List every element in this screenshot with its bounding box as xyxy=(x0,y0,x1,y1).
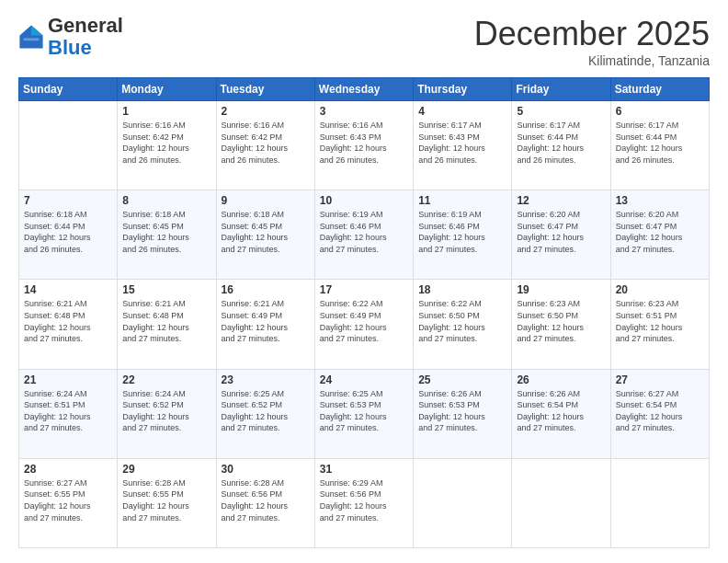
calendar-cell: 8Sunrise: 6:18 AM Sunset: 6:45 PM Daylig… xyxy=(118,190,216,280)
day-number: 18 xyxy=(418,283,506,296)
day-number: 5 xyxy=(517,105,605,118)
calendar-cell: 21Sunrise: 6:24 AM Sunset: 6:51 PM Dayli… xyxy=(19,369,118,458)
calendar-cell xyxy=(414,458,512,547)
day-number: 19 xyxy=(517,283,605,296)
calendar-cell: 29Sunrise: 6:28 AM Sunset: 6:55 PM Dayli… xyxy=(118,458,216,547)
calendar-cell: 12Sunrise: 6:20 AM Sunset: 6:47 PM Dayli… xyxy=(512,190,610,280)
day-info: Sunrise: 6:24 AM Sunset: 6:51 PM Dayligh… xyxy=(24,388,112,434)
day-number: 22 xyxy=(122,373,210,386)
day-info: Sunrise: 6:17 AM Sunset: 6:43 PM Dayligh… xyxy=(418,120,506,166)
calendar-cell: 13Sunrise: 6:20 AM Sunset: 6:47 PM Dayli… xyxy=(610,190,709,280)
svg-rect-2 xyxy=(24,39,40,41)
day-number: 1 xyxy=(122,105,210,118)
logo: General Blue xyxy=(18,15,123,59)
day-number: 20 xyxy=(616,283,704,296)
location: Kilimatinde, Tanzania xyxy=(474,53,710,68)
svg-marker-1 xyxy=(31,26,43,36)
day-info: Sunrise: 6:28 AM Sunset: 6:55 PM Dayligh… xyxy=(122,477,210,523)
day-info: Sunrise: 6:22 AM Sunset: 6:50 PM Dayligh… xyxy=(418,298,506,344)
calendar-cell: 1Sunrise: 6:16 AM Sunset: 6:42 PM Daylig… xyxy=(118,101,216,190)
calendar-cell: 28Sunrise: 6:27 AM Sunset: 6:55 PM Dayli… xyxy=(19,458,118,547)
day-info: Sunrise: 6:17 AM Sunset: 6:44 PM Dayligh… xyxy=(616,120,704,166)
day-number: 24 xyxy=(320,373,408,386)
weekday-header-friday: Friday xyxy=(512,78,610,101)
day-info: Sunrise: 6:18 AM Sunset: 6:45 PM Dayligh… xyxy=(222,209,310,255)
calendar-week-1: 1Sunrise: 6:16 AM Sunset: 6:42 PM Daylig… xyxy=(19,101,710,190)
day-number: 28 xyxy=(24,463,112,476)
calendar-cell: 17Sunrise: 6:22 AM Sunset: 6:49 PM Dayli… xyxy=(314,280,413,369)
day-number: 17 xyxy=(320,283,408,296)
day-info: Sunrise: 6:16 AM Sunset: 6:43 PM Dayligh… xyxy=(320,120,408,166)
calendar-table: SundayMondayTuesdayWednesdayThursdayFrid… xyxy=(18,77,710,548)
weekday-header-monday: Monday xyxy=(118,78,216,101)
calendar-cell: 7Sunrise: 6:18 AM Sunset: 6:44 PM Daylig… xyxy=(19,190,118,280)
day-info: Sunrise: 6:25 AM Sunset: 6:53 PM Dayligh… xyxy=(320,388,408,434)
day-info: Sunrise: 6:20 AM Sunset: 6:47 PM Dayligh… xyxy=(616,209,704,255)
title-area: December 2025 Kilimatinde, Tanzania xyxy=(474,15,710,68)
day-number: 8 xyxy=(122,194,210,207)
logo-blue-text: Blue xyxy=(48,36,92,59)
day-info: Sunrise: 6:19 AM Sunset: 6:46 PM Dayligh… xyxy=(320,209,408,255)
calendar-cell: 16Sunrise: 6:21 AM Sunset: 6:49 PM Dayli… xyxy=(216,280,314,369)
day-number: 25 xyxy=(418,373,506,386)
day-info: Sunrise: 6:26 AM Sunset: 6:54 PM Dayligh… xyxy=(517,388,605,434)
day-number: 29 xyxy=(122,463,210,476)
page: General Blue December 2025 Kilimatinde, … xyxy=(0,0,728,563)
day-number: 4 xyxy=(418,105,506,118)
calendar-cell: 19Sunrise: 6:23 AM Sunset: 6:50 PM Dayli… xyxy=(512,280,610,369)
day-info: Sunrise: 6:25 AM Sunset: 6:52 PM Dayligh… xyxy=(222,388,310,434)
day-number: 16 xyxy=(222,283,310,296)
calendar-cell: 14Sunrise: 6:21 AM Sunset: 6:48 PM Dayli… xyxy=(19,280,118,369)
day-number: 23 xyxy=(222,373,310,386)
day-info: Sunrise: 6:23 AM Sunset: 6:50 PM Dayligh… xyxy=(517,298,605,344)
calendar-cell: 22Sunrise: 6:24 AM Sunset: 6:52 PM Dayli… xyxy=(118,369,216,458)
day-info: Sunrise: 6:18 AM Sunset: 6:44 PM Dayligh… xyxy=(24,209,112,255)
day-number: 10 xyxy=(320,194,408,207)
day-number: 11 xyxy=(418,194,506,207)
day-info: Sunrise: 6:18 AM Sunset: 6:45 PM Dayligh… xyxy=(122,209,210,255)
day-number: 27 xyxy=(616,373,704,386)
day-info: Sunrise: 6:21 AM Sunset: 6:48 PM Dayligh… xyxy=(122,298,210,344)
calendar-cell: 3Sunrise: 6:16 AM Sunset: 6:43 PM Daylig… xyxy=(314,101,413,190)
logo-general-text: General xyxy=(48,14,123,37)
calendar-week-4: 21Sunrise: 6:24 AM Sunset: 6:51 PM Dayli… xyxy=(19,369,710,458)
calendar-cell: 27Sunrise: 6:27 AM Sunset: 6:54 PM Dayli… xyxy=(610,369,709,458)
day-number: 14 xyxy=(24,283,112,296)
weekday-header-wednesday: Wednesday xyxy=(314,78,413,101)
calendar-cell: 10Sunrise: 6:19 AM Sunset: 6:46 PM Dayli… xyxy=(314,190,413,280)
calendar-cell xyxy=(19,101,118,190)
day-info: Sunrise: 6:22 AM Sunset: 6:49 PM Dayligh… xyxy=(320,298,408,344)
day-info: Sunrise: 6:16 AM Sunset: 6:42 PM Dayligh… xyxy=(122,120,210,166)
day-number: 13 xyxy=(616,194,704,207)
calendar-week-5: 28Sunrise: 6:27 AM Sunset: 6:55 PM Dayli… xyxy=(19,458,710,547)
header: General Blue December 2025 Kilimatinde, … xyxy=(18,15,710,68)
calendar-cell: 18Sunrise: 6:22 AM Sunset: 6:50 PM Dayli… xyxy=(414,280,512,369)
day-number: 12 xyxy=(517,194,605,207)
calendar-cell: 20Sunrise: 6:23 AM Sunset: 6:51 PM Dayli… xyxy=(610,280,709,369)
day-info: Sunrise: 6:20 AM Sunset: 6:47 PM Dayligh… xyxy=(517,209,605,255)
month-title: December 2025 xyxy=(474,15,710,53)
weekday-header-tuesday: Tuesday xyxy=(216,78,314,101)
day-info: Sunrise: 6:27 AM Sunset: 6:54 PM Dayligh… xyxy=(616,388,704,434)
calendar-cell: 30Sunrise: 6:28 AM Sunset: 6:56 PM Dayli… xyxy=(216,458,314,547)
day-number: 9 xyxy=(222,194,310,207)
day-info: Sunrise: 6:16 AM Sunset: 6:42 PM Dayligh… xyxy=(222,120,310,166)
day-info: Sunrise: 6:28 AM Sunset: 6:56 PM Dayligh… xyxy=(222,477,310,523)
weekday-header-sunday: Sunday xyxy=(19,78,118,101)
day-info: Sunrise: 6:29 AM Sunset: 6:56 PM Dayligh… xyxy=(320,477,408,523)
day-info: Sunrise: 6:17 AM Sunset: 6:44 PM Dayligh… xyxy=(517,120,605,166)
calendar-cell: 6Sunrise: 6:17 AM Sunset: 6:44 PM Daylig… xyxy=(610,101,709,190)
calendar-week-2: 7Sunrise: 6:18 AM Sunset: 6:44 PM Daylig… xyxy=(19,190,710,280)
day-number: 30 xyxy=(222,463,310,476)
day-info: Sunrise: 6:21 AM Sunset: 6:49 PM Dayligh… xyxy=(222,298,310,344)
calendar-week-3: 14Sunrise: 6:21 AM Sunset: 6:48 PM Dayli… xyxy=(19,280,710,369)
day-number: 7 xyxy=(24,194,112,207)
calendar-cell: 11Sunrise: 6:19 AM Sunset: 6:46 PM Dayli… xyxy=(414,190,512,280)
day-number: 31 xyxy=(320,463,408,476)
calendar-cell: 24Sunrise: 6:25 AM Sunset: 6:53 PM Dayli… xyxy=(314,369,413,458)
calendar-cell: 2Sunrise: 6:16 AM Sunset: 6:42 PM Daylig… xyxy=(216,101,314,190)
day-info: Sunrise: 6:19 AM Sunset: 6:46 PM Dayligh… xyxy=(418,209,506,255)
day-number: 3 xyxy=(320,105,408,118)
day-number: 26 xyxy=(517,373,605,386)
day-info: Sunrise: 6:23 AM Sunset: 6:51 PM Dayligh… xyxy=(616,298,704,344)
